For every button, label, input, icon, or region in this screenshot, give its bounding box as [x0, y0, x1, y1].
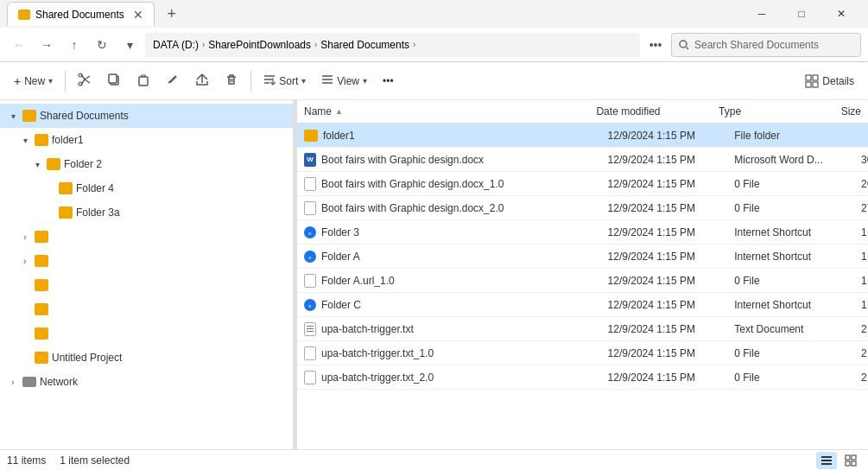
window-controls: ─ □ ✕ — [742, 0, 861, 28]
file-type-cell: Internet Shortcut — [727, 299, 854, 311]
table-row[interactable]: Boot fairs with Graphic design.docx_2.0 … — [297, 196, 868, 220]
file-date: 12/9/2024 1:15 PM — [608, 202, 695, 214]
table-row[interactable]: W Boot fairs with Graphic design.docx 12… — [297, 148, 868, 172]
close-window-button[interactable]: ✕ — [821, 0, 861, 28]
file-type-cell: 0 File — [727, 275, 854, 287]
table-row[interactable]: e Folder C 12/9/2024 1:15 PM Internet Sh… — [297, 293, 868, 317]
col-header-size[interactable]: Size — [834, 100, 868, 123]
grid-view-toggle[interactable] — [840, 452, 861, 469]
svg-rect-25 — [821, 456, 832, 458]
address-path[interactable]: DATA (D:) › SharePointDownloads › Shared… — [145, 33, 640, 57]
up-button[interactable]: ↑ — [62, 33, 86, 57]
toolbar-separator-2 — [250, 71, 251, 92]
col-size-label: Size — [841, 105, 861, 118]
file-type-cell: 0 File — [727, 347, 854, 359]
sidebar-item-folder4[interactable]: Folder 4 — [0, 176, 293, 200]
back-button[interactable]: ← — [7, 33, 31, 57]
svg-rect-28 — [846, 455, 850, 460]
sidebar-folder-icon-folder1 — [35, 134, 48, 146]
file-size-cell: 26 KB — [854, 178, 868, 190]
sidebar-item-untitled-project[interactable]: Untitled Project — [0, 346, 293, 370]
new-button[interactable]: + New ▾ — [7, 67, 60, 95]
paste-button[interactable] — [130, 67, 157, 95]
minimize-button[interactable]: ─ — [742, 0, 782, 28]
col-date-label: Date modified — [596, 105, 660, 118]
file-type: File folder — [734, 130, 780, 142]
col-header-type[interactable]: Type — [712, 100, 834, 123]
sidebar-folder-icon-extra-1 — [35, 231, 48, 243]
file-date-cell: 12/9/2024 1:15 PM — [601, 154, 728, 166]
breadcrumb-sep-1: › — [202, 40, 205, 49]
file-name: Boot fairs with Graphic design.docx_2.0 — [321, 202, 504, 214]
text-icon — [304, 322, 316, 336]
sidebar-item-extra-4[interactable] — [0, 297, 293, 321]
rename-icon — [166, 73, 180, 89]
file-type-cell: Text Document — [727, 323, 854, 335]
copy-button[interactable] — [100, 67, 128, 95]
copy-icon — [107, 73, 121, 89]
file-date: 12/9/2024 1:15 PM — [608, 347, 695, 359]
active-tab[interactable]: Shared Documents ✕ — [7, 2, 155, 26]
add-tab-button[interactable]: + — [162, 3, 182, 24]
sidebar-item-extra-3[interactable] — [0, 273, 293, 297]
search-box[interactable]: Search Shared Documents — [671, 33, 861, 57]
tab-close-button[interactable]: ✕ — [133, 8, 143, 22]
cut-button[interactable] — [71, 67, 98, 95]
file-name: Boot fairs with Graphic design.docx — [321, 154, 484, 166]
sidebar-item-extra-1[interactable]: › — [0, 225, 293, 249]
svg-rect-30 — [846, 461, 850, 466]
sidebar-item-extra-2[interactable]: › — [0, 249, 293, 273]
col-type-label: Type — [719, 105, 741, 118]
svg-rect-16 — [813, 75, 818, 80]
sidebar-item-network[interactable]: › Network — [0, 370, 293, 394]
tab-label: Shared Documents — [35, 9, 124, 21]
view-button[interactable]: View ▾ — [314, 67, 374, 95]
sidebar-item-folder3a[interactable]: Folder 3a — [0, 200, 293, 225]
share-button[interactable] — [188, 67, 216, 95]
delete-button[interactable] — [218, 67, 245, 95]
sidebar-item-folder1[interactable]: ▾ folder1 — [0, 128, 293, 152]
sidebar-shared-docs-label: Shared Documents — [40, 110, 129, 122]
col-header-date[interactable]: Date modified — [589, 100, 712, 123]
svg-rect-6 — [139, 77, 148, 86]
recent-button[interactable]: ▾ — [117, 33, 142, 57]
details-icon — [805, 74, 819, 88]
generic-icon — [304, 177, 316, 191]
table-row[interactable]: upa-batch-trigger.txt_2.0 12/9/2024 1:15… — [297, 365, 868, 390]
table-row[interactable]: upa-batch-trigger.txt_1.0 12/9/2024 1:15… — [297, 341, 868, 365]
sidebar-item-extra-5[interactable] — [0, 321, 293, 346]
file-type: 0 File — [734, 178, 759, 190]
rename-button[interactable] — [159, 67, 187, 95]
file-name: Folder 3 — [321, 226, 359, 238]
file-date-cell: 12/9/2024 1:15 PM — [601, 202, 728, 214]
table-row[interactable]: e Folder 3 12/9/2024 1:15 PM Internet Sh… — [297, 220, 868, 245]
expand-arrow-shared: ▾ — [7, 111, 19, 121]
file-name-cell: Folder A.url_1.0 — [297, 274, 601, 288]
maximize-button[interactable]: □ — [782, 0, 821, 28]
file-type: 0 File — [734, 275, 759, 287]
more-button[interactable]: ••• — [643, 33, 668, 57]
sidebar-item-shared-documents[interactable]: ▾ Shared Documents — [0, 104, 293, 128]
file-rows-container: folder1 12/9/2024 1:15 PM File folder W … — [297, 124, 868, 390]
cut-icon — [78, 73, 92, 89]
table-row[interactable]: upa-batch-trigger.txt 12/9/2024 1:15 PM … — [297, 317, 868, 341]
more-options-button[interactable]: ••• — [376, 67, 401, 95]
table-row[interactable]: folder1 12/9/2024 1:15 PM File folder — [297, 124, 868, 148]
file-date-cell: 12/9/2024 1:15 PM — [601, 275, 728, 287]
file-type: Internet Shortcut — [734, 299, 811, 311]
forward-button[interactable]: → — [35, 33, 59, 57]
details-button[interactable]: Details — [798, 67, 861, 95]
col-header-name[interactable]: Name ▲ — [297, 100, 589, 123]
search-placeholder: Search Shared Documents — [694, 39, 819, 51]
file-size: 1 KB — [861, 226, 868, 238]
table-row[interactable]: Folder A.url_1.0 12/9/2024 1:15 PM 0 Fil… — [297, 269, 868, 293]
expand-arrow-folder2: ▾ — [31, 160, 43, 169]
sort-button[interactable]: Sort ▾ — [257, 67, 313, 95]
file-size-cell: 1 KB — [854, 299, 868, 311]
sidebar-item-folder2[interactable]: ▾ Folder 2 — [0, 152, 293, 176]
table-row[interactable]: Boot fairs with Graphic design.docx_1.0 … — [297, 172, 868, 196]
table-row[interactable]: e Folder A 12/9/2024 1:15 PM Internet Sh… — [297, 245, 868, 269]
list-view-toggle[interactable] — [816, 452, 837, 469]
refresh-button[interactable]: ↻ — [90, 33, 114, 57]
items-count: 11 items — [7, 454, 46, 467]
